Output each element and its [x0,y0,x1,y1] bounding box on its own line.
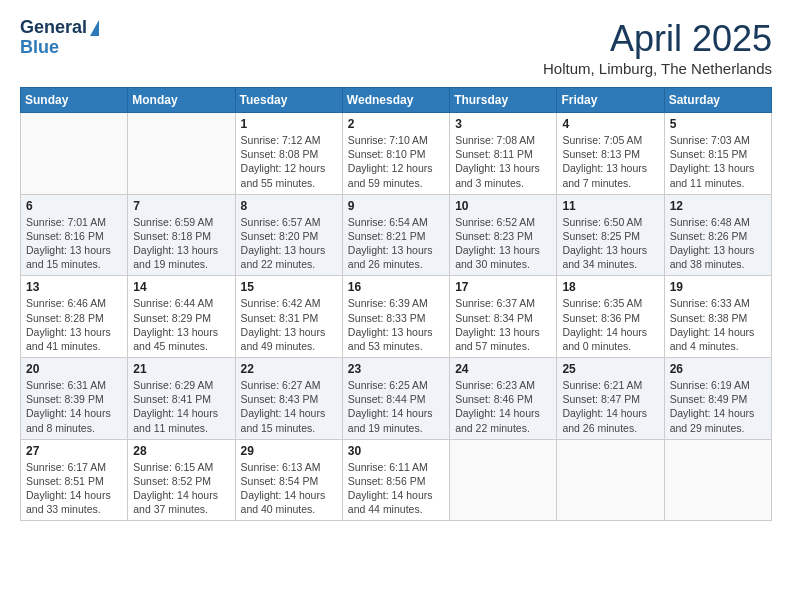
day-detail: Sunrise: 6:52 AM Sunset: 8:23 PM Dayligh… [455,215,551,272]
day-detail: Sunrise: 6:17 AM Sunset: 8:51 PM Dayligh… [26,460,122,517]
day-number: 25 [562,362,658,376]
day-detail: Sunrise: 7:03 AM Sunset: 8:15 PM Dayligh… [670,133,766,190]
table-row: 21Sunrise: 6:29 AM Sunset: 8:41 PM Dayli… [128,358,235,440]
calendar-week-row: 13Sunrise: 6:46 AM Sunset: 8:28 PM Dayli… [21,276,772,358]
logo-icon [90,20,99,36]
day-number: 23 [348,362,444,376]
table-row: 25Sunrise: 6:21 AM Sunset: 8:47 PM Dayli… [557,358,664,440]
day-number: 15 [241,280,337,294]
calendar-week-row: 6Sunrise: 7:01 AM Sunset: 8:16 PM Daylig… [21,194,772,276]
header-thursday: Thursday [450,88,557,113]
day-number: 1 [241,117,337,131]
header-wednesday: Wednesday [342,88,449,113]
table-row: 4Sunrise: 7:05 AM Sunset: 8:13 PM Daylig… [557,113,664,195]
page: General Blue April 2025 Holtum, Limburg,… [0,0,792,539]
day-number: 8 [241,199,337,213]
table-row: 7Sunrise: 6:59 AM Sunset: 8:18 PM Daylig… [128,194,235,276]
table-row: 23Sunrise: 6:25 AM Sunset: 8:44 PM Dayli… [342,358,449,440]
table-row: 29Sunrise: 6:13 AM Sunset: 8:54 PM Dayli… [235,439,342,521]
day-detail: Sunrise: 6:54 AM Sunset: 8:21 PM Dayligh… [348,215,444,272]
table-row: 17Sunrise: 6:37 AM Sunset: 8:34 PM Dayli… [450,276,557,358]
day-number: 10 [455,199,551,213]
day-detail: Sunrise: 6:42 AM Sunset: 8:31 PM Dayligh… [241,296,337,353]
day-detail: Sunrise: 6:57 AM Sunset: 8:20 PM Dayligh… [241,215,337,272]
day-number: 20 [26,362,122,376]
table-row [21,113,128,195]
day-detail: Sunrise: 6:15 AM Sunset: 8:52 PM Dayligh… [133,460,229,517]
title-block: April 2025 Holtum, Limburg, The Netherla… [543,18,772,77]
calendar-week-row: 20Sunrise: 6:31 AM Sunset: 8:39 PM Dayli… [21,358,772,440]
day-number: 2 [348,117,444,131]
day-detail: Sunrise: 6:48 AM Sunset: 8:26 PM Dayligh… [670,215,766,272]
table-row: 9Sunrise: 6:54 AM Sunset: 8:21 PM Daylig… [342,194,449,276]
day-number: 3 [455,117,551,131]
day-number: 24 [455,362,551,376]
day-number: 30 [348,444,444,458]
table-row: 18Sunrise: 6:35 AM Sunset: 8:36 PM Dayli… [557,276,664,358]
table-row: 24Sunrise: 6:23 AM Sunset: 8:46 PM Dayli… [450,358,557,440]
day-number: 11 [562,199,658,213]
month-title: April 2025 [543,18,772,60]
day-detail: Sunrise: 6:23 AM Sunset: 8:46 PM Dayligh… [455,378,551,435]
day-detail: Sunrise: 6:19 AM Sunset: 8:49 PM Dayligh… [670,378,766,435]
table-row: 14Sunrise: 6:44 AM Sunset: 8:29 PM Dayli… [128,276,235,358]
table-row: 10Sunrise: 6:52 AM Sunset: 8:23 PM Dayli… [450,194,557,276]
day-detail: Sunrise: 6:35 AM Sunset: 8:36 PM Dayligh… [562,296,658,353]
logo-general: General [20,18,87,38]
day-detail: Sunrise: 6:13 AM Sunset: 8:54 PM Dayligh… [241,460,337,517]
day-detail: Sunrise: 6:31 AM Sunset: 8:39 PM Dayligh… [26,378,122,435]
day-number: 13 [26,280,122,294]
day-number: 9 [348,199,444,213]
table-row: 11Sunrise: 6:50 AM Sunset: 8:25 PM Dayli… [557,194,664,276]
calendar-week-row: 1Sunrise: 7:12 AM Sunset: 8:08 PM Daylig… [21,113,772,195]
day-detail: Sunrise: 7:10 AM Sunset: 8:10 PM Dayligh… [348,133,444,190]
day-detail: Sunrise: 6:11 AM Sunset: 8:56 PM Dayligh… [348,460,444,517]
day-number: 16 [348,280,444,294]
table-row: 1Sunrise: 7:12 AM Sunset: 8:08 PM Daylig… [235,113,342,195]
day-number: 19 [670,280,766,294]
logo-blue: Blue [20,37,59,57]
table-row: 15Sunrise: 6:42 AM Sunset: 8:31 PM Dayli… [235,276,342,358]
day-detail: Sunrise: 6:46 AM Sunset: 8:28 PM Dayligh… [26,296,122,353]
day-number: 5 [670,117,766,131]
day-detail: Sunrise: 7:08 AM Sunset: 8:11 PM Dayligh… [455,133,551,190]
day-number: 4 [562,117,658,131]
calendar-week-row: 27Sunrise: 6:17 AM Sunset: 8:51 PM Dayli… [21,439,772,521]
table-row [557,439,664,521]
table-row: 16Sunrise: 6:39 AM Sunset: 8:33 PM Dayli… [342,276,449,358]
day-detail: Sunrise: 6:39 AM Sunset: 8:33 PM Dayligh… [348,296,444,353]
day-number: 18 [562,280,658,294]
day-number: 21 [133,362,229,376]
day-detail: Sunrise: 6:21 AM Sunset: 8:47 PM Dayligh… [562,378,658,435]
table-row [450,439,557,521]
day-detail: Sunrise: 6:59 AM Sunset: 8:18 PM Dayligh… [133,215,229,272]
logo: General Blue [20,18,99,58]
day-detail: Sunrise: 6:44 AM Sunset: 8:29 PM Dayligh… [133,296,229,353]
calendar-header-row: Sunday Monday Tuesday Wednesday Thursday… [21,88,772,113]
day-number: 27 [26,444,122,458]
table-row: 3Sunrise: 7:08 AM Sunset: 8:11 PM Daylig… [450,113,557,195]
table-row: 5Sunrise: 7:03 AM Sunset: 8:15 PM Daylig… [664,113,771,195]
day-number: 28 [133,444,229,458]
table-row: 26Sunrise: 6:19 AM Sunset: 8:49 PM Dayli… [664,358,771,440]
day-detail: Sunrise: 6:29 AM Sunset: 8:41 PM Dayligh… [133,378,229,435]
subtitle: Holtum, Limburg, The Netherlands [543,60,772,77]
table-row [128,113,235,195]
day-number: 17 [455,280,551,294]
table-row: 8Sunrise: 6:57 AM Sunset: 8:20 PM Daylig… [235,194,342,276]
table-row: 2Sunrise: 7:10 AM Sunset: 8:10 PM Daylig… [342,113,449,195]
table-row: 30Sunrise: 6:11 AM Sunset: 8:56 PM Dayli… [342,439,449,521]
calendar: Sunday Monday Tuesday Wednesday Thursday… [20,87,772,521]
day-detail: Sunrise: 6:25 AM Sunset: 8:44 PM Dayligh… [348,378,444,435]
day-number: 22 [241,362,337,376]
header-saturday: Saturday [664,88,771,113]
table-row: 22Sunrise: 6:27 AM Sunset: 8:43 PM Dayli… [235,358,342,440]
header-sunday: Sunday [21,88,128,113]
day-detail: Sunrise: 6:27 AM Sunset: 8:43 PM Dayligh… [241,378,337,435]
day-detail: Sunrise: 6:33 AM Sunset: 8:38 PM Dayligh… [670,296,766,353]
header-friday: Friday [557,88,664,113]
day-detail: Sunrise: 7:12 AM Sunset: 8:08 PM Dayligh… [241,133,337,190]
day-number: 29 [241,444,337,458]
day-number: 6 [26,199,122,213]
table-row: 12Sunrise: 6:48 AM Sunset: 8:26 PM Dayli… [664,194,771,276]
